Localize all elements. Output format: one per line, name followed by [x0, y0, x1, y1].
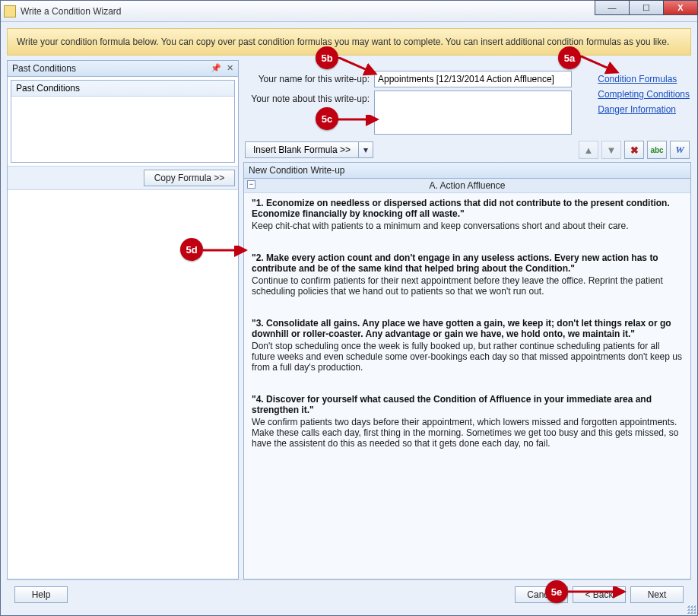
- minimize-button[interactable]: —: [595, 0, 630, 15]
- past-conditions-header: Past Conditions 📌 ✕: [8, 61, 238, 77]
- callout-5d: 5d: [180, 238, 203, 261]
- step-title: "4. Discover for yourself what caused th…: [252, 394, 683, 415]
- wizard-window: Write a Condition Wizard — ☐ X Write you…: [0, 0, 698, 616]
- wizard-body: Write your condition formula below. You …: [1, 22, 697, 615]
- move-down-button: ▼: [601, 141, 621, 159]
- chevron-down-icon[interactable]: ▾: [359, 142, 373, 157]
- insert-blank-formula-button[interactable]: Insert Blank Formula >> ▾: [245, 141, 373, 158]
- writeup-panel: New Condition Write-up − A. Action Afflu…: [243, 162, 691, 579]
- callout-5b: 5b: [316, 46, 338, 69]
- word-export-button[interactable]: W: [670, 141, 690, 159]
- callout-5e: 5e: [545, 580, 568, 603]
- callout-5a: 5a: [558, 46, 581, 69]
- writeup-name-input[interactable]: [374, 71, 572, 87]
- past-conditions-panel: Past Conditions 📌 ✕ Past Conditions Copy…: [7, 60, 239, 579]
- link-completing-conditions[interactable]: Completing Conditions: [598, 89, 690, 100]
- left-column: Past Conditions 📌 ✕ Past Conditions Copy…: [7, 60, 239, 579]
- step-desc: Continue to confirm patients for their n…: [252, 275, 683, 297]
- past-conditions-body[interactable]: [11, 97, 234, 162]
- writeup-steps[interactable]: "1. Economize on needless or dispersed a…: [244, 193, 690, 579]
- wizard-footer: Help Cancel < Back Next 5e: [7, 579, 691, 609]
- step-title: "1. Economize on needless or dispersed a…: [252, 198, 683, 219]
- work-area: 5b 5a 5c 5d Past Conditions 📌 ✕ Past Con…: [7, 60, 691, 579]
- step-desc: We confirm patients two days before thei…: [252, 417, 683, 449]
- past-conditions-spacer: [8, 190, 238, 579]
- writeup-step[interactable]: "1. Economize on needless or dispersed a…: [252, 198, 683, 231]
- writeup-step[interactable]: "2. Make every action count and don't en…: [252, 252, 683, 297]
- collapse-icon[interactable]: −: [247, 180, 255, 189]
- link-condition-formulas[interactable]: Condition Formulas: [598, 74, 690, 84]
- back-button[interactable]: < Back: [573, 586, 626, 603]
- writeup-toolbar: Insert Blank Formula >> ▾ ▲ ▼ ✖ abc W: [243, 138, 691, 162]
- step-title: "2. Make every action count and don't en…: [252, 252, 683, 274]
- step-title: "3. Consolidate all gains. Any place we …: [252, 318, 683, 339]
- window-title: Write a Condition Wizard: [21, 6, 122, 17]
- delete-button[interactable]: ✖: [624, 141, 644, 159]
- maximize-button[interactable]: ☐: [629, 0, 664, 15]
- close-button[interactable]: X: [663, 0, 698, 15]
- step-desc: Don't stop scheduling once the week is f…: [252, 341, 683, 373]
- close-panel-icon[interactable]: ✕: [227, 63, 233, 73]
- note-label: Your note about this write-up:: [243, 90, 374, 104]
- resize-grip-icon[interactable]: [687, 605, 696, 614]
- right-column: Condition Formulas Completing Conditions…: [243, 60, 691, 579]
- past-conditions-list: Past Conditions: [11, 80, 235, 163]
- link-danger-information[interactable]: Danger Information: [598, 104, 690, 115]
- past-conditions-title: Past Conditions: [12, 63, 76, 74]
- insert-blank-formula-label: Insert Blank Formula >>: [246, 142, 359, 157]
- name-label: Your name for this write-up:: [243, 71, 374, 84]
- writeup-section-title: A. Action Affluence: [430, 180, 506, 191]
- writeup-header: New Condition Write-up: [244, 163, 690, 179]
- step-desc: Keep chit-chat with patients to a minimu…: [252, 221, 683, 231]
- help-links: Condition Formulas Completing Conditions…: [598, 74, 690, 115]
- writeup-note-input[interactable]: [374, 90, 572, 135]
- app-icon: [4, 5, 16, 17]
- writeup-section-header[interactable]: − A. Action Affluence: [244, 179, 690, 193]
- window-controls: — ☐ X: [595, 0, 698, 15]
- copy-formula-row: Copy Formula >>: [8, 166, 238, 190]
- copy-formula-button[interactable]: Copy Formula >>: [144, 170, 235, 186]
- writeup-step[interactable]: "3. Consolidate all gains. Any place we …: [252, 318, 683, 373]
- spellcheck-button[interactable]: abc: [647, 141, 667, 159]
- help-button[interactable]: Help: [14, 586, 68, 603]
- move-up-button: ▲: [579, 141, 598, 159]
- writeup-step[interactable]: "4. Discover for yourself what caused th…: [252, 394, 683, 449]
- past-conditions-subheader: Past Conditions: [11, 81, 234, 97]
- callout-5c: 5c: [316, 107, 338, 130]
- next-button[interactable]: Next: [630, 586, 684, 603]
- pin-icon[interactable]: 📌: [211, 63, 221, 73]
- instruction-banner: Write your condition formula below. You …: [7, 28, 691, 56]
- titlebar: Write a Condition Wizard: [1, 1, 697, 22]
